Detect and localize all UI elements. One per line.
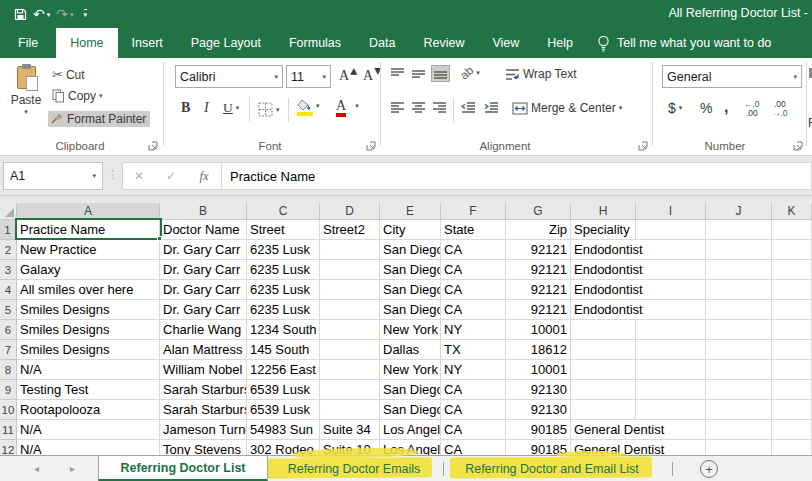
- cell-D5[interactable]: [320, 300, 380, 320]
- cell-I3[interactable]: [636, 260, 706, 280]
- borders-button[interactable]: ▾: [258, 102, 280, 117]
- cell-I6[interactable]: [636, 320, 706, 340]
- cell-I8[interactable]: [636, 360, 706, 380]
- cell-G1[interactable]: Zip: [506, 220, 571, 240]
- cut-button[interactable]: ✂ Cut: [52, 67, 85, 82]
- cell-B11[interactable]: Jameson Turner: [160, 420, 247, 440]
- cell-J10[interactable]: [706, 400, 772, 420]
- cell-D2[interactable]: [320, 240, 380, 260]
- grow-font-button[interactable]: A▴: [339, 67, 359, 84]
- accounting-format-button[interactable]: $▾: [668, 100, 682, 116]
- cell-K5[interactable]: [772, 300, 812, 320]
- bold-button[interactable]: B: [181, 100, 190, 116]
- borders-dropdown-icon[interactable]: ▾: [276, 106, 280, 114]
- fill-color-button[interactable]: ▾: [297, 99, 320, 112]
- cell-F5[interactable]: CA: [441, 300, 506, 320]
- cell-C10[interactable]: 6539 Lusk: [247, 400, 320, 420]
- row-header-11[interactable]: 11: [0, 420, 17, 440]
- align-middle-button[interactable]: [411, 67, 426, 80]
- row-header-10[interactable]: 10: [0, 400, 17, 420]
- insert-function-icon[interactable]: fx: [187, 169, 221, 184]
- cell-K9[interactable]: [772, 380, 812, 400]
- column-header-C[interactable]: C: [247, 203, 320, 220]
- cell-C4[interactable]: 6235 Lusk: [247, 280, 320, 300]
- font-dialog-launcher-icon[interactable]: [366, 141, 376, 151]
- cell-I9[interactable]: [636, 380, 706, 400]
- cell-F1[interactable]: State: [441, 220, 506, 240]
- cell-F2[interactable]: CA: [441, 240, 506, 260]
- cell-H8[interactable]: [571, 360, 636, 380]
- cell-C7[interactable]: 145 South: [247, 340, 320, 360]
- cell-H3[interactable]: Endodontist: [571, 260, 636, 280]
- paste-button[interactable]: Paste ▾: [8, 64, 44, 130]
- cell-G5[interactable]: 92121: [506, 300, 571, 320]
- column-header-I[interactable]: I: [636, 203, 706, 220]
- customize-quick-access-icon[interactable]: ▾: [84, 9, 88, 19]
- tab-page-layout[interactable]: Page Layout: [177, 28, 275, 58]
- cell-G11[interactable]: 90185: [506, 420, 571, 440]
- orientation-button[interactable]: ab ▾: [460, 66, 480, 80]
- cell-D10[interactable]: [320, 400, 380, 420]
- cell-E5[interactable]: San Diego: [380, 300, 441, 320]
- cell-F7[interactable]: TX: [441, 340, 506, 360]
- cell-J2[interactable]: [706, 240, 772, 260]
- cell-I4[interactable]: [636, 280, 706, 300]
- cell-H9[interactable]: [571, 380, 636, 400]
- number-dialog-launcher-icon[interactable]: [793, 141, 803, 151]
- column-header-J[interactable]: J: [706, 203, 772, 220]
- cell-F10[interactable]: CA: [441, 400, 506, 420]
- font-family-select[interactable]: Calibri ▾: [175, 65, 283, 88]
- cell-K4[interactable]: [772, 280, 812, 300]
- cell-K2[interactable]: [772, 240, 812, 260]
- italic-button[interactable]: I: [204, 100, 209, 116]
- number-format-select[interactable]: General ▾: [662, 65, 802, 88]
- row-header-3[interactable]: 3: [0, 260, 17, 280]
- cell-B1[interactable]: Doctor Name: [160, 220, 247, 240]
- formula-content[interactable]: Practice Name: [230, 169, 315, 184]
- cell-K11[interactable]: [772, 420, 812, 440]
- cell-E9[interactable]: San Diego: [380, 380, 441, 400]
- align-bottom-button[interactable]: [432, 66, 449, 81]
- clipboard-dialog-launcher-icon[interactable]: [148, 141, 158, 151]
- cell-F4[interactable]: CA: [441, 280, 506, 300]
- row-header-2[interactable]: 2: [0, 240, 17, 260]
- fill-handle[interactable]: [157, 236, 162, 241]
- font-color-button[interactable]: A ▾: [336, 98, 359, 114]
- tab-file[interactable]: File: [0, 28, 56, 58]
- copy-button[interactable]: Copy ▾: [52, 89, 103, 103]
- cell-D3[interactable]: [320, 260, 380, 280]
- cell-K1[interactable]: [772, 220, 812, 240]
- new-sheet-button[interactable]: +: [700, 460, 718, 478]
- cell-D7[interactable]: [320, 340, 380, 360]
- cell-G6[interactable]: 10001: [506, 320, 571, 340]
- increase-indent-button[interactable]: [484, 101, 499, 114]
- cell-J7[interactable]: [706, 340, 772, 360]
- cell-B2[interactable]: Dr. Gary Carr: [160, 240, 247, 260]
- cell-C3[interactable]: 6235 Lusk: [247, 260, 320, 280]
- cell-C2[interactable]: 6235 Lusk: [247, 240, 320, 260]
- tab-review[interactable]: Review: [409, 28, 478, 58]
- cell-J5[interactable]: [706, 300, 772, 320]
- cell-E6[interactable]: New York: [380, 320, 441, 340]
- cell-D11[interactable]: Suite 34: [320, 420, 380, 440]
- cell-F3[interactable]: CA: [441, 260, 506, 280]
- underline-dropdown-icon[interactable]: ▾: [236, 104, 240, 112]
- cell-J11[interactable]: [706, 420, 772, 440]
- sheet-tab-referring-doctor-emails[interactable]: Referring Doctor Emails: [268, 456, 440, 481]
- cell-B3[interactable]: Dr. Gary Carr: [160, 260, 247, 280]
- cell-C1[interactable]: Street: [247, 220, 320, 240]
- cell-K12[interactable]: [772, 440, 812, 455]
- percent-style-button[interactable]: %: [700, 100, 712, 116]
- cell-D1[interactable]: Street2: [320, 220, 380, 240]
- name-box-dropdown-icon[interactable]: ▾: [92, 172, 96, 180]
- copy-dropdown-icon[interactable]: ▾: [99, 92, 103, 100]
- cell-H7[interactable]: [571, 340, 636, 360]
- align-left-button[interactable]: [390, 101, 405, 114]
- cell-B9[interactable]: Sarah Starburst: [160, 380, 247, 400]
- cell-K7[interactable]: [772, 340, 812, 360]
- cell-A3[interactable]: Galaxy: [17, 260, 160, 280]
- column-header-K[interactable]: K: [772, 203, 812, 220]
- align-center-button[interactable]: [411, 101, 426, 114]
- cell-G3[interactable]: 92121: [506, 260, 571, 280]
- cell-C8[interactable]: 12256 East: [247, 360, 320, 380]
